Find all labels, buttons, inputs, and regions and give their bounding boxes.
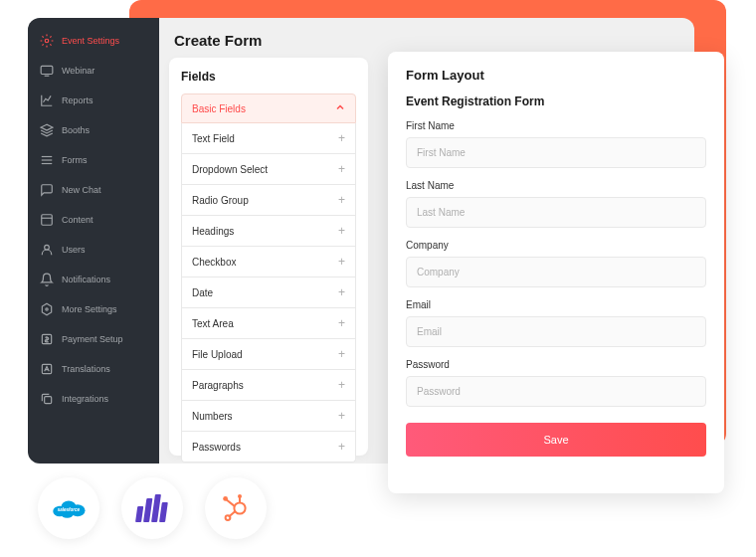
svg-point-22	[226, 515, 231, 520]
svg-line-23	[226, 499, 234, 505]
field-type-headings[interactable]: Headings+	[181, 216, 356, 247]
field-type-label: Dropdown Select	[192, 164, 268, 175]
plus-icon: +	[338, 440, 345, 454]
svg-rect-6	[42, 215, 53, 226]
sidebar-item-translations[interactable]: Translations	[28, 354, 159, 384]
svg-point-9	[46, 308, 48, 310]
sidebar-item-integrations[interactable]: Integrations	[28, 384, 159, 414]
save-button[interactable]: Save	[406, 423, 706, 457]
svg-point-8	[45, 245, 50, 250]
sidebar-item-content[interactable]: Content	[28, 205, 159, 235]
dollar-icon	[40, 332, 54, 346]
sidebar-item-new-chat[interactable]: New Chat	[28, 175, 159, 205]
plus-icon: +	[338, 131, 345, 145]
field-type-file-upload[interactable]: File Upload+	[181, 339, 356, 370]
field-type-paragraphs[interactable]: Paragraphs+	[181, 370, 356, 401]
sidebar-item-label: New Chat	[62, 185, 101, 195]
field-type-label: Checkbox	[192, 257, 236, 268]
cube-icon	[40, 123, 54, 137]
plus-icon: +	[338, 409, 345, 423]
plus-icon: +	[338, 193, 345, 207]
field-type-label: Text Area	[192, 318, 234, 329]
field-type-text-field[interactable]: Text Field+	[181, 123, 356, 154]
form-field-last-name: Last Name	[406, 180, 706, 228]
email-input[interactable]	[406, 316, 706, 347]
sidebar-item-reports[interactable]: Reports	[28, 86, 159, 115]
sidebar-item-forms[interactable]: Forms	[28, 145, 159, 175]
plus-icon: +	[338, 378, 345, 392]
stack-icon	[40, 392, 54, 406]
sidebar-item-label: Payment Setup	[62, 334, 123, 344]
plus-icon: +	[338, 316, 345, 330]
first-name-input[interactable]	[406, 137, 706, 168]
sidebar-item-payment-setup[interactable]: Payment Setup	[28, 324, 159, 354]
sidebar-item-label: Reports	[62, 95, 94, 105]
hubspot-logo	[205, 477, 267, 539]
sidebar-item-label: Notifications	[62, 275, 110, 284]
translate-icon	[40, 362, 54, 376]
field-type-label: Text Field	[192, 133, 235, 144]
sidebar: Event SettingsWebinarReportsBoothsFormsN…	[28, 18, 159, 464]
form-label: First Name	[406, 120, 706, 131]
chart-icon	[40, 93, 54, 107]
plus-icon: +	[338, 255, 345, 269]
sidebar-item-label: Content	[62, 215, 94, 225]
form-field-password: Password	[406, 359, 706, 407]
bars-icon	[135, 494, 169, 522]
sidebar-item-label: Integrations	[62, 394, 108, 404]
sidebar-item-notifications[interactable]: Notifications	[28, 265, 159, 294]
field-type-radio-group[interactable]: Radio Group+	[181, 185, 356, 216]
svg-point-0	[45, 39, 49, 43]
field-type-date[interactable]: Date+	[181, 278, 356, 308]
sidebar-item-label: Event Settings	[62, 36, 119, 46]
sidebar-item-label: Booths	[62, 125, 90, 135]
sidebar-item-more-settings[interactable]: More Settings	[28, 294, 159, 324]
sidebar-item-users[interactable]: Users	[28, 235, 159, 265]
plus-icon: +	[338, 224, 345, 238]
sidebar-item-label: Translations	[62, 364, 110, 374]
hex-icon	[40, 302, 54, 316]
svg-text:salesforce: salesforce	[58, 507, 81, 512]
sidebar-item-label: More Settings	[62, 304, 117, 314]
fields-panel-header: Fields	[181, 70, 356, 84]
bell-icon	[40, 273, 54, 286]
field-type-label: Radio Group	[192, 195, 249, 206]
field-type-numbers[interactable]: Numbers+	[181, 401, 356, 432]
field-type-label: File Upload	[192, 349, 243, 360]
gear-icon	[40, 34, 54, 48]
field-type-label: Date	[192, 287, 213, 298]
password-input[interactable]	[406, 376, 706, 407]
purple-bars-logo	[121, 477, 183, 539]
sidebar-item-label: Webinar	[62, 66, 94, 76]
field-type-passwords[interactable]: Passwords+	[181, 432, 356, 463]
plus-icon: +	[338, 285, 345, 299]
fields-panel: Fields Basic Fields Text Field+Dropdown …	[169, 58, 368, 456]
company-input[interactable]	[406, 257, 706, 287]
field-type-label: Passwords	[192, 442, 241, 453]
sidebar-item-booths[interactable]: Booths	[28, 115, 159, 145]
field-type-dropdown-select[interactable]: Dropdown Select+	[181, 154, 356, 185]
page-title: Create Form	[174, 32, 262, 49]
form-label: Password	[406, 359, 706, 370]
field-type-label: Headings	[192, 226, 234, 237]
sidebar-item-event-settings[interactable]: Event Settings	[28, 26, 159, 56]
basic-fields-group-header[interactable]: Basic Fields	[181, 93, 356, 123]
content-icon	[40, 213, 54, 227]
plus-icon: +	[338, 162, 345, 176]
form-label: Email	[406, 299, 706, 310]
field-type-checkbox[interactable]: Checkbox+	[181, 247, 356, 278]
field-type-text-area[interactable]: Text Area+	[181, 308, 356, 339]
last-name-input[interactable]	[406, 197, 706, 228]
svg-point-18	[234, 502, 245, 513]
sidebar-item-webinar[interactable]: Webinar	[28, 56, 159, 86]
form-field-first-name: First Name	[406, 120, 706, 168]
plus-icon: +	[338, 347, 345, 361]
chevron-up-icon	[335, 102, 345, 114]
sidebar-item-label: Forms	[62, 155, 88, 165]
field-type-label: Numbers	[192, 411, 233, 422]
form-field-email: Email	[406, 299, 706, 347]
form-title: Event Registration Form	[406, 94, 706, 108]
form-layout-panel: Form Layout Event Registration Form Firs…	[388, 52, 724, 493]
svg-point-20	[238, 494, 242, 498]
svg-point-24	[223, 496, 228, 501]
